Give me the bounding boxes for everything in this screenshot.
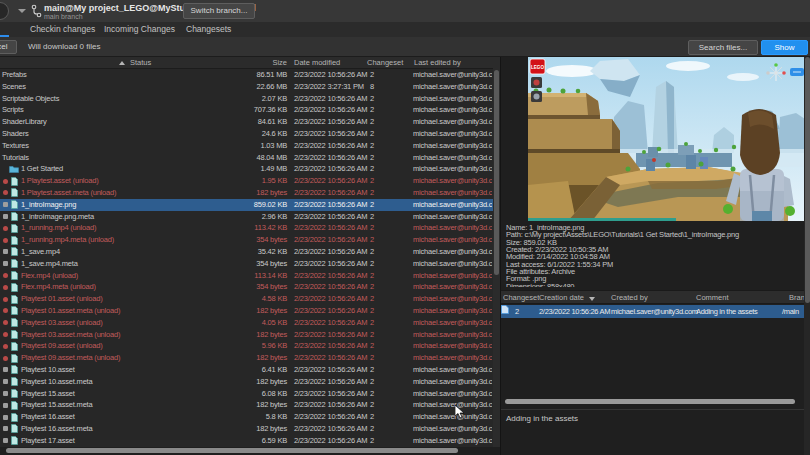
- file-row[interactable]: 1_running.mp4 (unload)113.42 KB2/23/2022…: [0, 222, 493, 234]
- cancel-button[interactable]: Cancel: [0, 40, 17, 54]
- tab-changesets[interactable]: Changesets: [186, 22, 231, 37]
- column-header-date-modified[interactable]: Date modified: [294, 58, 340, 67]
- file-row[interactable]: 1 Playtest.asset.meta (unload)182 bytes2…: [0, 187, 493, 199]
- file-row[interactable]: Playtest 15.asset.meta182 bytes2/23/2022…: [0, 399, 493, 411]
- file-name: Playtest 16.asset.meta: [21, 423, 92, 435]
- file-changeset: 2: [370, 376, 374, 388]
- status-unload-icon: [3, 179, 8, 184]
- file-row[interactable]: Scriptable Objects2.07 KB2/23/2022 10:56…: [0, 93, 493, 105]
- file-row[interactable]: Playtest 09.asset (unload)5.96 KB2/23/20…: [0, 340, 493, 352]
- file-name: Flex.mp4.meta (unload): [21, 281, 96, 293]
- file-list-vertical-scrollbar[interactable]: [493, 57, 500, 447]
- file-row[interactable]: Prefabs86.51 MB2/23/2022 10:56:26 AM2mic…: [0, 69, 493, 81]
- file-row[interactable]: Textures1.03 MB2/23/2022 10:56:26 AM2mic…: [0, 140, 493, 152]
- file-changeset: 2: [370, 140, 374, 152]
- status-controlled-icon: [3, 391, 8, 396]
- file-size: 4.58 KB: [233, 293, 287, 305]
- file-name: Playtest 03.asset (unload): [21, 317, 103, 329]
- changeset-row[interactable]: 2 2/23/2022 10:56:26 AM michael.saver@un…: [501, 305, 804, 318]
- status-controlled-icon: [3, 426, 8, 431]
- file-size: 4.05 KB: [233, 317, 287, 329]
- file-row[interactable]: Playtest 16.asset.meta182 bytes2/23/2022…: [0, 423, 493, 435]
- file-size: 113.42 KB: [233, 222, 287, 234]
- scrollbar-thumb[interactable]: [6, 448, 458, 453]
- column-header-created-by[interactable]: Created by: [611, 293, 648, 302]
- column-header-size[interactable]: Size: [240, 58, 287, 67]
- file-size: 6.41 KB: [233, 364, 287, 376]
- file-row[interactable]: Scripts707.36 KB2/23/2022 10:56:26 AM2mi…: [0, 104, 493, 116]
- file-row[interactable]: Playtest 10.asset6.41 KB2/23/2022 10:56:…: [0, 364, 493, 376]
- file-table-header: Status Size Date modified Changeset Last…: [0, 57, 500, 69]
- scrollbar-thumb[interactable]: [805, 57, 810, 303]
- file-row[interactable]: Tutorials48.04 MB2/23/2022 10:56:26 AM2m…: [0, 152, 493, 164]
- file-row[interactable]: Playtest 15.asset6.08 KB2/23/2022 10:56:…: [0, 388, 493, 400]
- column-header-status[interactable]: Status: [130, 58, 151, 67]
- file-size: 5.8 KB: [233, 411, 287, 423]
- file-row[interactable]: 1 Get Started1.49 MB2/23/2022 10:56:26 A…: [0, 163, 493, 175]
- column-header-changeset[interactable]: Changeset: [503, 293, 539, 302]
- file-row[interactable]: Shaders24.6 KB2/23/2022 10:56:26 AM2mich…: [0, 128, 493, 140]
- file-row[interactable]: 1_introImage.png.meta2.96 KB2/23/2022 10…: [0, 211, 493, 223]
- file-row[interactable]: Playtest 03.asset.meta (unload)182 bytes…: [0, 329, 493, 341]
- column-header-last-edited-by[interactable]: Last edited by: [414, 58, 461, 67]
- switch-branch-button[interactable]: Switch branch...: [183, 3, 255, 19]
- search-files-button[interactable]: Search files...: [688, 40, 758, 55]
- file-date-modified: 2/23/2022 10:56:26 AM: [294, 388, 367, 400]
- file-size: 6.59 KB: [233, 435, 287, 447]
- file-date-modified: 2/23/2022 10:56:26 AM: [294, 258, 367, 270]
- tab-bar: Checkin changes Incoming Changes Changes…: [0, 22, 810, 37]
- file-row[interactable]: Scenes22.66 MB2/23/2022 3:27:31 PM8micha…: [0, 81, 493, 93]
- file-row[interactable]: Flex.mp4.meta (unload)354 bytes2/23/2022…: [0, 281, 493, 293]
- file-row[interactable]: 1_save.mp435.42 KB2/23/2022 10:56:26 AM2…: [0, 246, 493, 258]
- file-last-edited-by: michael.saver@unity3d.cor: [413, 293, 492, 305]
- chevron-down-icon[interactable]: [18, 9, 26, 13]
- file-row[interactable]: 1 Playtest.asset (unload)1.95 KB2/23/202…: [0, 175, 493, 187]
- file-name: Shaders: [2, 128, 29, 140]
- file-row[interactable]: 1_save.mp4.meta354 bytes2/23/2022 10:56:…: [0, 258, 493, 270]
- file-row[interactable]: 1_introImage.png859.02 KB2/23/2022 10:56…: [0, 199, 493, 211]
- file-date-modified: 2/23/2022 10:56:26 AM: [294, 152, 367, 164]
- details-panel-vertical-scrollbar[interactable]: [804, 57, 810, 455]
- file-row[interactable]: Flex.mp4 (unload)113.14 KB2/23/2022 10:5…: [0, 270, 493, 282]
- column-header-creation-date[interactable]: Creation date: [539, 293, 584, 302]
- tab-incoming-changes[interactable]: Incoming Changes: [104, 22, 175, 37]
- changeset-number: 2: [515, 305, 519, 318]
- file-list-horizontal-scrollbar[interactable]: [0, 447, 500, 455]
- status-controlled-icon: [3, 379, 8, 384]
- file-changeset: 2: [370, 246, 374, 258]
- file-row[interactable]: Playtest 17.asset6.59 KB2/23/2022 10:56:…: [0, 435, 493, 447]
- scrollbar-thumb[interactable]: [505, 399, 795, 404]
- tab-checkin-changes[interactable]: Checkin changes: [30, 22, 95, 37]
- file-name: ShaderLibrary: [2, 116, 47, 128]
- status-unload-icon: [3, 320, 8, 325]
- file-row[interactable]: Playtest 16.asset5.8 KB2/23/2022 10:56:2…: [0, 411, 493, 423]
- file-row[interactable]: 1_running.mp4.meta (unload)354 bytes2/23…: [0, 234, 493, 246]
- file-date-modified: 2/23/2022 10:56:26 AM: [294, 211, 367, 223]
- file-last-edited-by: michael.saver@unity3d.cor: [413, 163, 492, 175]
- workspace-avatar[interactable]: [0, 2, 9, 20]
- file-row[interactable]: Playtest 09.asset.meta (unload)182 bytes…: [0, 352, 493, 364]
- file-size: 1.95 KB: [233, 175, 287, 187]
- column-header-changeset[interactable]: Changeset: [367, 58, 403, 67]
- file-name: 1_introImage.png.meta: [21, 211, 94, 223]
- file-name: Playtest 17.asset: [21, 435, 75, 447]
- file-date-modified: 2/23/2022 10:56:26 AM: [294, 199, 367, 211]
- file-row[interactable]: Playtest 03.asset (unload)4.05 KB2/23/20…: [0, 317, 493, 329]
- column-header-comment[interactable]: Comment: [696, 293, 729, 302]
- file-date-modified: 2/23/2022 10:56:26 AM: [294, 423, 367, 435]
- svg-text:LEGO: LEGO: [531, 65, 544, 70]
- file-row[interactable]: Playtest 10.asset.meta182 bytes2/23/2022…: [0, 376, 493, 388]
- file-changeset: 2: [370, 93, 374, 105]
- file-size: 354 bytes: [233, 234, 287, 246]
- changesets-horizontal-scrollbar[interactable]: [503, 398, 801, 405]
- status-controlled-icon: [3, 415, 8, 420]
- status-controlled-icon: [3, 249, 8, 254]
- file-row[interactable]: Playtest 01.asset (unload)4.58 KB2/23/20…: [0, 293, 493, 305]
- file-changeset: 2: [370, 317, 374, 329]
- file-date-modified: 2/23/2022 10:56:26 AM: [294, 187, 367, 199]
- show-details-button[interactable]: Show details: [761, 40, 808, 55]
- file-row[interactable]: ShaderLibrary84.61 KB2/23/2022 10:56:26 …: [0, 116, 493, 128]
- file-row[interactable]: Playtest 01.asset.meta (unload)182 bytes…: [0, 305, 493, 317]
- scrollbar-thumb[interactable]: [494, 70, 499, 275]
- file-name: 1_running.mp4 (unload): [21, 222, 96, 234]
